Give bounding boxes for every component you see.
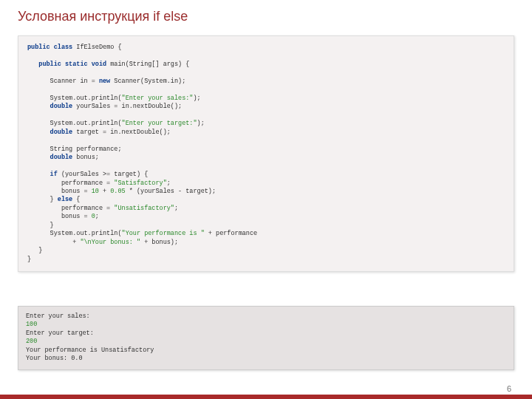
str: "Enter your target:" xyxy=(122,120,197,127)
slide-title: Условная инструкция if else xyxy=(18,9,188,24)
out-line: Your performance is Unsatisfactory xyxy=(26,347,154,354)
kw: public class xyxy=(27,44,72,51)
code-text: (yourSales >= target) { xyxy=(58,171,148,178)
code-text: ; xyxy=(167,180,171,187)
code-text: bonus = xyxy=(27,188,92,195)
str: "Satisfactory" xyxy=(114,180,166,187)
code-text: System.out.println( xyxy=(27,230,122,237)
code-text: } xyxy=(27,256,31,263)
out-line: Your bonus: 0.0 xyxy=(26,355,83,362)
output-block: Enter your sales: 100 Enter your target:… xyxy=(18,306,514,370)
code-text: System.out.println( xyxy=(27,120,122,127)
code-text: + performance xyxy=(205,230,257,237)
out-input: 200 xyxy=(26,338,37,345)
code-text: ; xyxy=(95,213,99,220)
code-text: ); xyxy=(197,120,205,127)
str: "\nYour bonus: " xyxy=(80,239,140,246)
code-text: + bonus); xyxy=(140,239,178,246)
code-text: } xyxy=(27,247,42,254)
code-text: performance = xyxy=(27,205,114,212)
page-number: 6 xyxy=(507,384,511,393)
code-text: bonus; xyxy=(72,154,99,161)
footer-bar xyxy=(0,395,532,399)
code-text: * (yourSales - target); xyxy=(126,188,216,195)
code-text: + xyxy=(99,188,110,195)
str: "Unsatisfactory" xyxy=(114,205,174,212)
code-text: yourSales = in.nextDouble(); xyxy=(72,103,182,110)
code-text: Scanner(System.in); xyxy=(110,78,185,85)
code-text: bonus = xyxy=(27,213,92,220)
code-text: Scanner in = xyxy=(27,78,99,85)
code-text: System.out.println( xyxy=(27,95,122,102)
code-text: ; xyxy=(174,205,178,212)
kw: double xyxy=(27,154,72,161)
num: 0.05 xyxy=(110,188,125,195)
code-text: performance = xyxy=(27,180,114,187)
out-line: Enter your target: xyxy=(26,330,94,337)
str: "Enter your sales:" xyxy=(122,95,194,102)
code-text: IfElseDemo { xyxy=(72,44,121,51)
code-text: ); xyxy=(193,95,200,102)
code-text: target = in.nextDouble(); xyxy=(72,129,171,136)
code-text: main(String[] args) { xyxy=(106,61,189,68)
code-text: } xyxy=(27,222,54,229)
code-text: } xyxy=(27,196,58,203)
kw: else xyxy=(58,196,72,203)
kw: double xyxy=(27,103,72,110)
num: 10 xyxy=(92,188,99,195)
code-text: { xyxy=(72,196,80,203)
str: "Your performance is " xyxy=(122,230,205,237)
kw: new xyxy=(99,78,110,85)
kw: double xyxy=(27,129,72,136)
out-line: Enter your sales: xyxy=(26,313,90,320)
code-text: String performance; xyxy=(27,146,122,153)
kw: public static void xyxy=(27,61,106,68)
code-block: public class IfElseDemo { public static … xyxy=(18,35,514,272)
out-input: 100 xyxy=(26,321,37,328)
code-text: + xyxy=(27,239,80,246)
kw: if xyxy=(27,171,58,178)
